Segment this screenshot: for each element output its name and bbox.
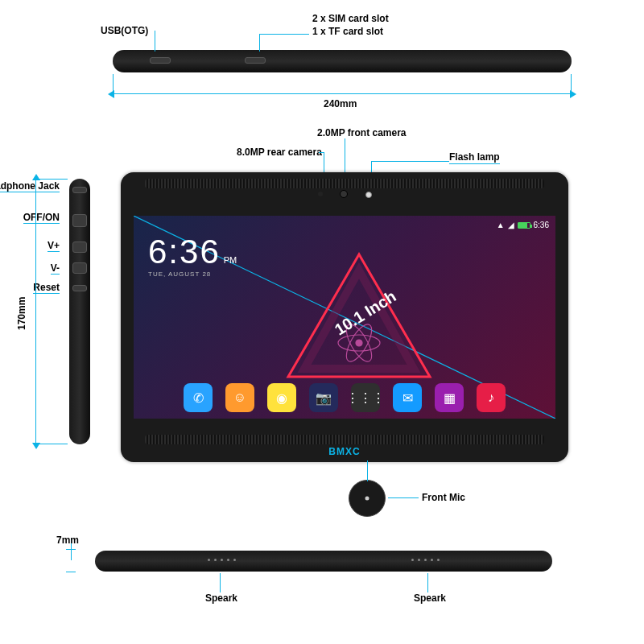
speaker-dots-right [411, 559, 440, 561]
vol-down-icon [72, 262, 87, 274]
sensor-icon [318, 192, 323, 196]
app-music: ♪ [477, 383, 506, 412]
label-tf: 1 x TF card slot [312, 26, 383, 37]
app-camera: 📷 [309, 383, 338, 412]
clock-time: 6:36 [148, 233, 221, 270]
usb-port-icon [150, 57, 171, 64]
label-thickness: 7mm [56, 535, 79, 546]
flash-icon [365, 192, 372, 198]
top-edge-view [113, 50, 572, 72]
app-phone: ✆ [184, 383, 213, 412]
label-offon: OFF/ON [23, 212, 60, 224]
bottom-speaker-grille [145, 435, 544, 444]
app-apps: ⋮⋮⋮ [351, 383, 380, 412]
label-front-mic: Front Mic [422, 492, 465, 503]
label-speaker-l: Speark [205, 592, 237, 604]
tablet-screen: ▲ ◢ 6:36 6:36PM TUE, AUGUST 28 10.1 Inch… [134, 216, 555, 419]
lock-clock: 6:36PM TUE, AUGUST 28 [148, 235, 237, 278]
vol-up-icon [72, 242, 87, 253]
speaker-dots-left [208, 559, 236, 561]
headphone-jack-icon [72, 187, 87, 193]
label-vminus: V- [51, 262, 60, 275]
signal-icon: ◢ [508, 221, 514, 229]
card-slot-icon [245, 57, 266, 64]
tablet-front-view: ▲ ◢ 6:36 6:36PM TUE, AUGUST 28 10.1 Inch… [121, 172, 568, 462]
label-height: 170mm [16, 297, 27, 330]
leader-usb [155, 31, 155, 52]
battery-icon [518, 222, 530, 229]
app-dock: ✆☺◉📷⋮⋮⋮✉▦♪ [134, 383, 555, 412]
width-measure-line [113, 93, 572, 94]
app-sms: ✉ [393, 383, 422, 412]
status-time: 6:36 [534, 221, 549, 229]
tablet-spec-diagram: USB(OTG) 2 x SIM card slot 1 x TF card s… [0, 0, 644, 644]
label-speaker-r: Speark [414, 592, 446, 604]
label-sim: 2 x SIM card slot [312, 13, 389, 24]
label-vplus: V+ [47, 240, 60, 252]
leader-slot-h [259, 34, 309, 35]
label-width: 240mm [324, 98, 357, 109]
label-front-cam: 2.0MP front camera [317, 127, 407, 138]
bottom-edge-view [95, 551, 552, 572]
reset-hole-icon [72, 285, 87, 291]
app-browser: ◉ [267, 383, 296, 412]
height-measure-line [35, 179, 36, 444]
side-edge-view [69, 179, 90, 444]
front-camera-icon [340, 190, 348, 198]
app-contacts: ☺ [225, 383, 254, 412]
label-usb: USB(OTG) [101, 25, 148, 36]
front-mic-zoom [349, 480, 386, 517]
width-tick-l [113, 74, 114, 95]
top-speaker-grille [145, 179, 544, 188]
clock-date: TUE, AUGUST 28 [148, 270, 237, 278]
power-button-icon [72, 214, 87, 227]
width-tick-r [571, 74, 572, 95]
wifi-icon: ▲ [497, 221, 505, 229]
svg-point-3 [356, 340, 362, 346]
leader-slot-v [259, 34, 260, 52]
app-gallery: ▦ [435, 383, 464, 412]
label-flash: Flash lamp [449, 151, 500, 164]
label-headphone: Headphone Jack [0, 180, 60, 192]
mic-hole-icon [365, 497, 369, 501]
label-rear-cam: 8.0MP rear camera [237, 147, 322, 158]
status-bar: ▲ ◢ 6:36 [497, 221, 549, 229]
label-reset: Reset [33, 282, 60, 294]
brand-text: BMXC [328, 446, 360, 457]
